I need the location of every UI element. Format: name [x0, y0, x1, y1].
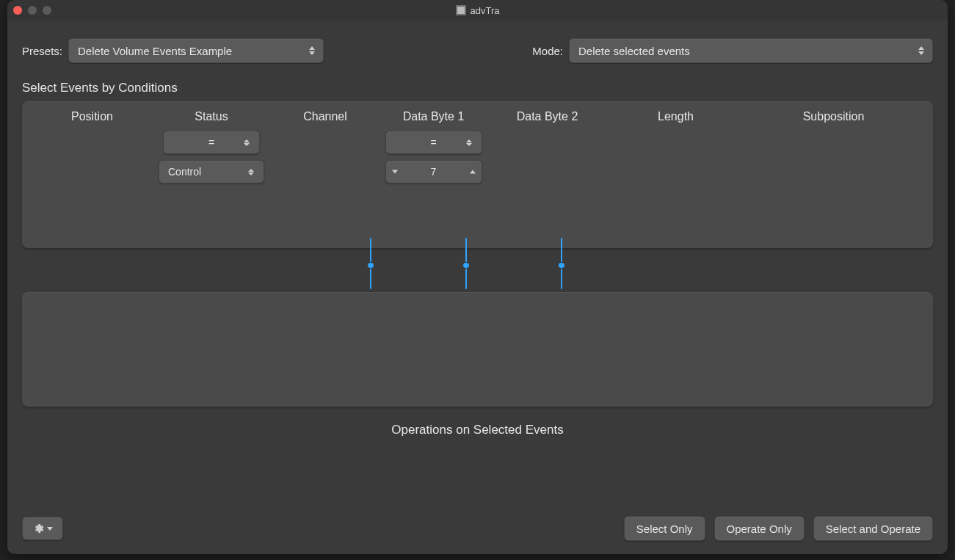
window-title: advTra [471, 5, 500, 16]
updown-icon [913, 41, 929, 60]
status-value-dropdown[interactable]: Control [159, 160, 264, 183]
window-controls [13, 6, 51, 15]
conditions-panel: Position Status Channel Data Byte 1 Data… [22, 101, 933, 248]
select-and-operate-button[interactable]: Select and Operate [813, 516, 933, 541]
zoom-window-button[interactable] [43, 6, 51, 15]
mode-value: Delete selected events [578, 45, 690, 57]
column-headers: Position Status Channel Data Byte 1 Data… [35, 110, 920, 123]
col-position: Position [71, 110, 113, 123]
operate-only-button[interactable]: Operate Only [714, 516, 805, 541]
updown-icon [304, 41, 320, 60]
operations-panel [22, 292, 933, 407]
col-status: Status [195, 110, 228, 123]
db1-operator-dropdown[interactable]: = [385, 131, 482, 154]
conditions-row: = Control = 7 [35, 131, 920, 183]
operations-title: Operations on Selected Events [22, 423, 933, 437]
col-data-byte-1: Data Byte 1 [403, 110, 465, 123]
status-operator-value: = [208, 137, 214, 148]
updown-icon [466, 134, 478, 150]
callout-pin [560, 238, 563, 289]
content-area: Presets: Delete Volume Events Example Mo… [7, 21, 948, 554]
select-only-label: Select Only [636, 523, 693, 535]
close-window-button[interactable] [13, 6, 22, 15]
chevron-down-icon [392, 170, 398, 174]
minimize-window-button[interactable] [28, 6, 37, 15]
top-toolbar: Presets: Delete Volume Events Example Mo… [22, 34, 933, 68]
callout-pin [369, 238, 372, 289]
select-only-button[interactable]: Select Only [624, 516, 705, 541]
mode-dropdown[interactable]: Delete selected events [569, 38, 933, 63]
chevron-down-icon [47, 527, 53, 531]
footer: Select Only Operate Only Select and Oper… [22, 516, 933, 541]
col-data-byte-2: Data Byte 2 [517, 110, 578, 123]
db1-operator-value: = [430, 137, 436, 148]
updown-icon [244, 134, 255, 150]
db1-value-stepper[interactable]: 7 [385, 160, 482, 183]
db1-value: 7 [431, 166, 437, 178]
callout-pin [465, 238, 468, 289]
mode-label: Mode: [532, 45, 563, 57]
presets-dropdown[interactable]: Delete Volume Events Example [68, 38, 324, 63]
gear-icon [32, 523, 44, 534]
presets-label: Presets: [22, 45, 62, 57]
annotation-pins [22, 248, 933, 292]
updown-icon [248, 164, 260, 180]
titlebar: advTra [7, 0, 948, 21]
chevron-up-icon [470, 170, 476, 174]
settings-menu-button[interactable] [22, 517, 63, 540]
app-window: advTra Presets: Delete Volume Events Exa… [7, 0, 948, 554]
select-and-operate-label: Select and Operate [826, 523, 920, 535]
status-operator-dropdown[interactable]: = [163, 131, 260, 154]
col-subposition: Subposition [803, 110, 865, 123]
app-icon [456, 5, 466, 15]
col-length: Length [658, 110, 694, 123]
select-events-title: Select Events by Conditions [22, 81, 933, 95]
presets-value: Delete Volume Events Example [78, 45, 232, 57]
operate-only-label: Operate Only [727, 523, 792, 535]
status-value: Control [168, 166, 201, 178]
col-channel: Channel [303, 110, 347, 123]
